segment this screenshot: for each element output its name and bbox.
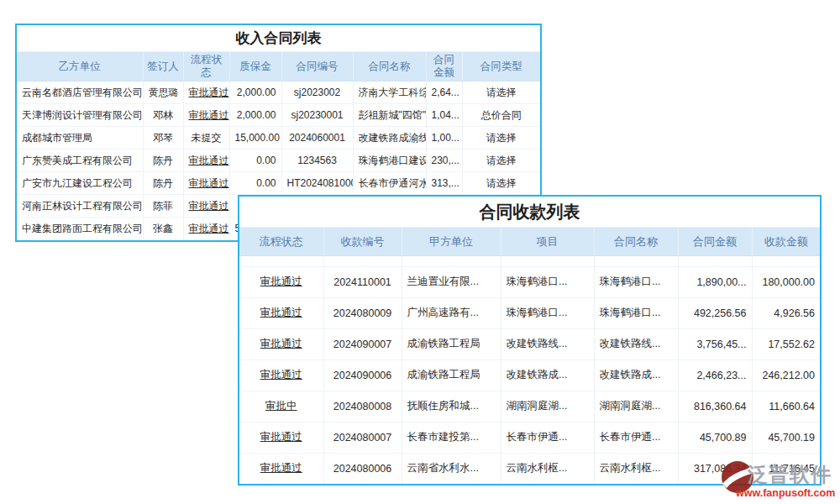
cell-status[interactable]: 审批通过 — [239, 453, 323, 484]
cell-contract-name[interactable]: 长春市伊通... — [594, 422, 678, 453]
cell-party-b[interactable]: 中建集团路面工程有限公司 — [17, 218, 143, 240]
column-header-contract-amount[interactable]: 合同金额 — [678, 228, 752, 255]
table-row[interactable]: 审批通过 2024110001 兰迪置业有限... 珠海鹤港口... 珠海鹤港口… — [239, 266, 820, 297]
cell-signer[interactable]: 陈丹 — [143, 150, 183, 172]
cell-project[interactable]: 长春市伊通... — [501, 422, 594, 453]
cell-contract-name[interactable]: 长春市伊通河水... — [353, 172, 426, 195]
column-header-receipt-no[interactable]: 收款编号 — [323, 228, 402, 255]
cell-receipt-no[interactable]: 2024090006 — [323, 360, 402, 391]
column-header-status[interactable]: 流程状态 — [239, 228, 323, 255]
cell-receipt-no[interactable]: 2024080006 — [323, 453, 402, 484]
cell-party-b[interactable]: 河南正林设计工程有限公司 — [17, 195, 143, 218]
cell-party-b[interactable]: 天津博润设计管理有限公司 — [17, 104, 143, 127]
cell-party-b[interactable]: 广东赞美成工程有限公司 — [17, 150, 143, 172]
table-row[interactable]: 云南名都酒店管理有限公司 黄思璐 审批通过 2,000.00 sj2023002… — [17, 81, 540, 104]
cell-contract-name[interactable]: 改建铁路线... — [594, 328, 678, 360]
cell-amount: 313,... — [426, 172, 462, 195]
cell-contract-no[interactable]: 2024060001 — [281, 127, 353, 150]
column-header-project[interactable]: 项目 — [501, 228, 594, 255]
cell-receipt-no[interactable]: 2024080007 — [323, 422, 402, 453]
cell-status[interactable]: 审批通过 — [239, 422, 323, 453]
cell-status[interactable]: 审批通过 — [183, 172, 229, 195]
cell-type[interactable]: 请选择 — [462, 81, 540, 104]
column-header-receipt-amount[interactable]: 收款金额 — [752, 228, 820, 255]
cell-contract-name[interactable]: 珠海鹤港口... — [594, 297, 678, 328]
cell-project[interactable]: 珠海鹤港口... — [501, 297, 594, 328]
cell-type[interactable]: 请选择 — [462, 150, 540, 172]
cell-contract-amount: 1,890,00... — [678, 266, 752, 297]
cell-status[interactable]: 审批通过 — [183, 218, 229, 240]
column-header-contract-name[interactable]: 合同名称 — [594, 228, 678, 255]
table-row[interactable]: 广东赞美成工程有限公司 陈丹 审批通过 0.00 1234563 珠海鹤港口建设… — [17, 150, 540, 172]
table-row[interactable]: 审批通过 2024090006 成渝铁路工程局 改建铁路成... 改建铁路成..… — [239, 360, 820, 391]
cell-type[interactable]: 请选择 — [462, 127, 540, 150]
cell-contract-no[interactable]: sj2023002 — [281, 81, 353, 104]
cell-receipt-amount: 246,212.00 — [752, 360, 820, 391]
cell-status[interactable]: 审批通过 — [239, 297, 323, 328]
cell-party-b[interactable]: 成都城市管理局 — [17, 127, 143, 150]
cell-status[interactable]: 审批通过 — [183, 81, 229, 104]
table-row[interactable]: 审批通过 2024080009 广州高速路有... 珠海鹤港口... 珠海鹤港口… — [239, 297, 820, 328]
cell-contract-name[interactable]: 珠海鹤港口建设... — [353, 150, 426, 172]
cell-project[interactable]: 改建铁路成... — [501, 360, 594, 391]
empty-cell — [752, 255, 820, 266]
cell-status[interactable]: 审批中 — [239, 391, 323, 422]
cell-contract-name[interactable]: 湖南洞庭湖... — [594, 391, 678, 422]
cell-contract-name[interactable]: 改建铁路成... — [594, 360, 678, 391]
cell-party-b[interactable]: 云南名都酒店管理有限公司 — [17, 81, 143, 104]
cell-party-b[interactable]: 广安市九江建设工程公司 — [17, 172, 143, 195]
cell-contract-name[interactable]: 改建铁路成渝线... — [353, 127, 426, 150]
cell-contract-name[interactable]: 彭祖新城"四馆"... — [353, 104, 426, 127]
cell-project[interactable]: 湖南洞庭湖... — [501, 391, 594, 422]
column-header-amount[interactable]: 合同金额 — [426, 52, 462, 81]
cell-receipt-no[interactable]: 2024110001 — [323, 266, 402, 297]
cell-signer[interactable]: 黄思璐 — [143, 81, 183, 104]
cell-amount: 1,04... — [426, 104, 462, 127]
cell-status[interactable]: 审批通过 — [183, 104, 229, 127]
table-row[interactable]: 审批中 2024080008 抚顺住房和城... 湖南洞庭湖... 湖南洞庭湖.… — [239, 391, 820, 422]
cell-party-a: 成渝铁路工程局 — [402, 360, 501, 391]
receipt-table-header-row: 流程状态 收款编号 甲方单位 项目 合同名称 合同金额 收款金额 — [239, 228, 820, 255]
column-header-signer[interactable]: 签订人 — [143, 52, 183, 81]
cell-signer[interactable]: 邓琴 — [143, 127, 183, 150]
cell-contract-name[interactable]: 云南水利枢... — [594, 453, 678, 484]
cell-status[interactable]: 审批通过 — [239, 266, 323, 297]
cell-type[interactable]: 总价合同 — [462, 104, 540, 127]
cell-project[interactable]: 改建铁路线... — [501, 328, 594, 360]
cell-contract-no[interactable]: 1234563 — [281, 150, 353, 172]
column-header-type[interactable]: 合同类型 — [462, 52, 540, 81]
cell-project[interactable]: 云南水利枢... — [501, 453, 594, 484]
cell-status[interactable]: 审批通过 — [183, 150, 229, 172]
column-header-contract-name[interactable]: 合同名称 — [353, 52, 426, 81]
column-header-status[interactable]: 流程状态 — [183, 52, 229, 81]
column-header-party-a[interactable]: 甲方单位 — [402, 228, 501, 255]
table-row[interactable]: 成都城市管理局 邓琴 未提交 15,000.00 2024060001 改建铁路… — [17, 127, 540, 150]
cell-status[interactable]: 审批通过 — [239, 360, 323, 391]
empty-cell — [323, 255, 402, 266]
cell-contract-name[interactable]: 珠海鹤港口... — [594, 266, 678, 297]
table-row[interactable]: 审批通过 2024090007 成渝铁路工程局 改建铁路线... 改建铁路线..… — [239, 328, 820, 360]
table-row[interactable]: 审批通过 2024080007 长春市建投第... 长春市伊通... 长春市伊通… — [239, 422, 820, 453]
cell-contract-no[interactable]: sj20230001 — [281, 104, 353, 127]
table-row[interactable]: 天津博润设计管理有限公司 邓林 审批通过 2,000.00 sj20230001… — [17, 104, 540, 127]
cell-receipt-no[interactable]: 2024080009 — [323, 297, 402, 328]
cell-receipt-no[interactable]: 2024080008 — [323, 391, 402, 422]
cell-signer[interactable]: 张鑫 — [143, 218, 183, 240]
cell-type[interactable]: 请选择 — [462, 172, 540, 195]
table-row[interactable]: 广安市九江建设工程公司 陈丹 审批通过 0.00 HT2024081000...… — [17, 172, 540, 195]
cell-project[interactable]: 珠海鹤港口... — [501, 266, 594, 297]
cell-signer[interactable]: 邓林 — [143, 104, 183, 127]
cell-signer[interactable]: 陈菲 — [143, 195, 183, 218]
cell-receipt-amount: 17,552.62 — [752, 328, 820, 360]
cell-contract-no[interactable]: HT2024081000... — [281, 172, 353, 195]
column-header-deposit[interactable]: 质保金 — [229, 52, 281, 81]
cell-status[interactable]: 审批通过 — [239, 328, 323, 360]
cell-receipt-no[interactable]: 2024090007 — [323, 328, 402, 360]
cell-contract-name[interactable]: 济南大学工科综... — [353, 81, 426, 104]
empty-cell — [678, 255, 752, 266]
column-header-party-b[interactable]: 乙方单位 — [17, 52, 143, 81]
cell-status[interactable]: 未提交 — [183, 127, 229, 150]
cell-signer[interactable]: 陈丹 — [143, 172, 183, 195]
cell-status[interactable]: 审批通过 — [183, 195, 229, 218]
column-header-contract-no[interactable]: 合同编号 — [281, 52, 353, 81]
